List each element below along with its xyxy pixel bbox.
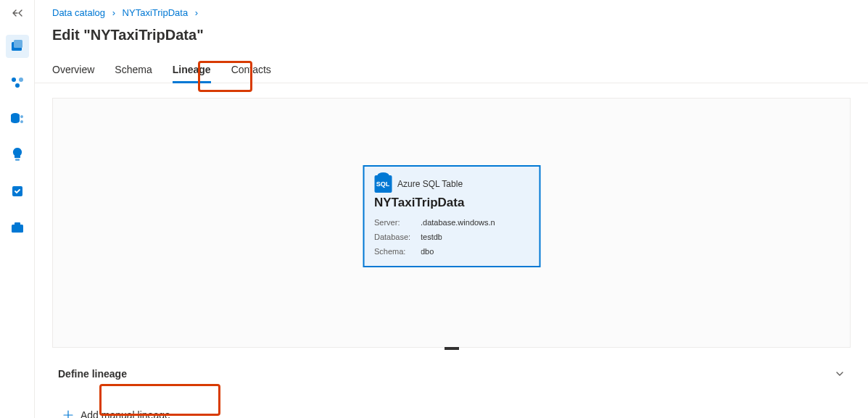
- prop-key: Server:: [374, 216, 410, 230]
- add-manual-lineage-label: Add manual lineage: [80, 409, 170, 418]
- breadcrumb-separator-icon: ›: [108, 7, 120, 18]
- asset-card[interactable]: SQL Azure SQL Table NYTaxiTripData Serve…: [363, 165, 540, 267]
- nav-item-catalog[interactable]: [6, 35, 29, 58]
- svg-rect-8: [15, 159, 20, 161]
- define-lineage-header[interactable]: Define lineage: [52, 365, 851, 383]
- nav-item-policy[interactable]: [6, 180, 29, 203]
- expand-nav-icon[interactable]: [6, 4, 29, 22]
- tab-bar: Overview Schema Lineage Contacts: [35, 57, 868, 83]
- svg-rect-1: [14, 40, 22, 48]
- asset-prop-server: Server: .database.windows.n: [374, 216, 529, 230]
- svg-rect-11: [15, 222, 20, 225]
- chevron-down-icon: [835, 369, 845, 379]
- breadcrumb-separator-icon: ›: [191, 7, 202, 18]
- asset-name: NYTaxiTripData: [374, 196, 529, 210]
- prop-value: testdb: [421, 230, 442, 245]
- nav-item-insights[interactable]: [6, 143, 29, 167]
- prop-value: dbo: [421, 245, 434, 259]
- svg-rect-10: [12, 225, 23, 233]
- tab-contacts[interactable]: Contacts: [231, 57, 271, 83]
- asset-prop-database: Database: testdb: [374, 230, 529, 245]
- prop-key: Schema:: [374, 245, 410, 259]
- prop-key: Database:: [374, 230, 410, 245]
- nav-item-management[interactable]: [6, 216, 29, 239]
- breadcrumb: Data catalog › NYTaxiTripData ›: [35, 0, 868, 22]
- add-manual-lineage-button[interactable]: Add manual lineage: [52, 403, 181, 418]
- svg-point-4: [15, 83, 20, 88]
- tab-schema[interactable]: Schema: [115, 57, 152, 83]
- page-title: Edit "NYTaxiTripData": [35, 22, 868, 57]
- breadcrumb-item[interactable]: NYTaxiTripData: [123, 7, 189, 18]
- nav-item-map[interactable]: [6, 71, 29, 94]
- svg-point-2: [12, 78, 16, 82]
- define-lineage-title: Define lineage: [58, 368, 127, 380]
- plus-icon: [63, 410, 73, 418]
- panel-resize-handle[interactable]: [445, 347, 459, 350]
- breadcrumb-root[interactable]: Data catalog: [52, 7, 105, 18]
- sql-database-icon: SQL: [374, 175, 392, 193]
- asset-prop-schema: Schema: dbo: [374, 245, 529, 259]
- lineage-canvas[interactable]: SQL Azure SQL Table NYTaxiTripData Serve…: [52, 98, 851, 348]
- asset-type-label: Azure SQL Table: [397, 179, 463, 189]
- svg-point-3: [19, 78, 23, 82]
- nav-item-sources[interactable]: [6, 107, 29, 130]
- tab-overview[interactable]: Overview: [52, 57, 94, 83]
- left-nav-rail: [0, 0, 35, 418]
- prop-value: .database.windows.n: [421, 216, 495, 230]
- asset-card-header: SQL Azure SQL Table: [374, 175, 529, 193]
- main-content: Data catalog › NYTaxiTripData › Edit "NY…: [35, 0, 868, 418]
- svg-point-6: [20, 115, 23, 118]
- svg-point-7: [20, 120, 23, 123]
- tab-lineage[interactable]: Lineage: [173, 57, 211, 83]
- define-lineage-section: Define lineage: [52, 359, 851, 393]
